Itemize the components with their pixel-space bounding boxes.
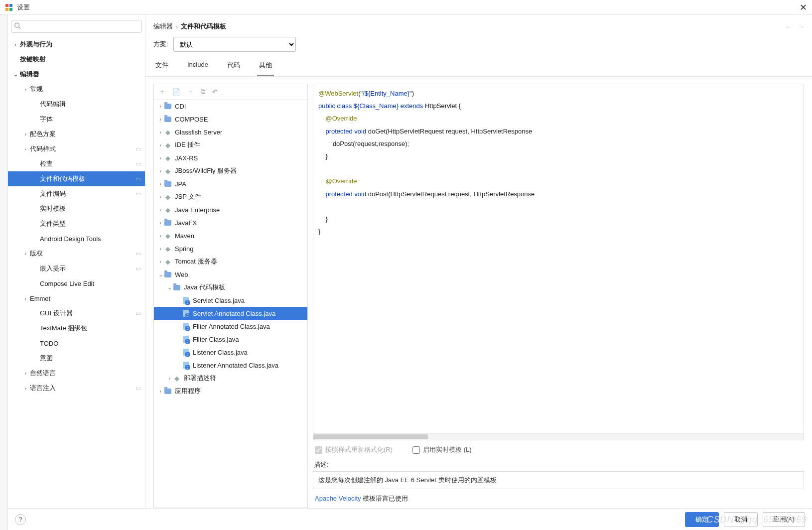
- template-file[interactable]: ›Servlet Class.java: [154, 294, 307, 307]
- template-folder[interactable]: ›JPA: [154, 177, 307, 190]
- sidebar-item-label: 字体: [40, 115, 53, 124]
- chevron-right-icon[interactable]: ›: [157, 142, 164, 148]
- breadcrumb-parent[interactable]: 编辑器: [153, 22, 173, 31]
- template-folder[interactable]: ›◆Maven: [154, 229, 307, 242]
- ok-button[interactable]: 确定: [685, 512, 719, 527]
- sidebar-item[interactable]: ›文件编码▭: [8, 186, 145, 201]
- template-file[interactable]: ›Listener Annotated Class.java: [154, 359, 307, 372]
- chevron-right-icon[interactable]: ›: [157, 181, 164, 187]
- template-folder[interactable]: ›COMPOSE: [154, 113, 307, 126]
- remove-icon[interactable]: －: [187, 87, 194, 96]
- template-folder[interactable]: ›◆Glassfish Server: [154, 126, 307, 138]
- template-folder[interactable]: ›◆Tomcat 服务器: [154, 255, 307, 268]
- sidebar-item[interactable]: ›嵌入提示▭: [8, 261, 145, 276]
- template-file[interactable]: ›Servlet Annotated Class.java: [154, 307, 307, 320]
- chevron-right-icon[interactable]: ›: [21, 385, 30, 391]
- sidebar-item[interactable]: ›TODO: [8, 336, 145, 351]
- tab[interactable]: Include: [185, 57, 210, 76]
- chevron-right-icon[interactable]: ›: [157, 388, 164, 394]
- template-folder[interactable]: ›CDI: [154, 100, 307, 113]
- velocity-link[interactable]: Apache Velocity: [315, 495, 361, 502]
- sidebar-item[interactable]: ›Android Design Tools: [8, 231, 145, 246]
- chevron-right-icon[interactable]: ›: [157, 168, 164, 174]
- chevron-right-icon[interactable]: ›: [157, 220, 164, 226]
- sidebar-item[interactable]: ›GUI 设计器▭: [8, 306, 145, 321]
- sidebar-item[interactable]: ›版权▭: [8, 246, 145, 261]
- chevron-down-icon[interactable]: ⌄: [11, 71, 20, 78]
- template-folder[interactable]: ›◆Spring: [154, 242, 307, 255]
- chevron-right-icon[interactable]: ›: [21, 370, 30, 376]
- sidebar-item[interactable]: ›按键映射: [8, 52, 145, 67]
- chevron-right-icon[interactable]: ›: [157, 129, 164, 135]
- sidebar-item[interactable]: ⌄编辑器: [8, 67, 145, 82]
- template-folder[interactable]: ⌄Web: [154, 268, 307, 281]
- chevron-down-icon[interactable]: ⌄: [157, 271, 164, 278]
- live-template-checkbox[interactable]: 启用实时模板 (L): [412, 445, 472, 454]
- tab[interactable]: 文件: [153, 57, 170, 76]
- sidebar-item[interactable]: ›外观与行为: [8, 37, 145, 52]
- chevron-down-icon[interactable]: ⌄: [166, 284, 173, 291]
- sidebar-item[interactable]: ›常规: [8, 82, 145, 97]
- template-folder[interactable]: ›◆部署描述符: [154, 372, 307, 385]
- chevron-right-icon[interactable]: ›: [157, 155, 164, 161]
- chevron-right-icon[interactable]: ›: [157, 116, 164, 122]
- chevron-right-icon[interactable]: ›: [157, 246, 164, 252]
- undo-icon[interactable]: ↶: [212, 88, 218, 96]
- module-icon: ◆: [164, 193, 172, 201]
- template-folder[interactable]: ›◆JBoss/WildFly 服务器: [154, 164, 307, 177]
- nav-forward-icon[interactable]: →: [798, 23, 804, 30]
- sidebar-item[interactable]: ›TextMate 捆绑包: [8, 321, 145, 336]
- sidebar-item[interactable]: ›Emmet: [8, 291, 145, 306]
- copy-template-icon[interactable]: 📄: [172, 88, 180, 96]
- sidebar-item[interactable]: ›代码样式▭: [8, 141, 145, 156]
- sidebar-item[interactable]: ›语言注入▭: [8, 381, 145, 396]
- close-icon[interactable]: ✕: [800, 2, 807, 13]
- chevron-right-icon[interactable]: ›: [157, 233, 164, 239]
- sidebar-item[interactable]: ›配色方案: [8, 127, 145, 141]
- code-editor[interactable]: @WebServlet("/${Entity_Name}") public cl…: [313, 84, 804, 433]
- template-folder[interactable]: ›◆JAX-RS: [154, 151, 307, 164]
- sidebar-item[interactable]: ›实时模板: [8, 201, 145, 216]
- template-folder[interactable]: ›应用程序: [154, 385, 307, 398]
- sidebar-item[interactable]: ›代码编辑: [8, 97, 145, 112]
- chevron-right-icon[interactable]: ›: [21, 86, 30, 92]
- sidebar-item[interactable]: ›自然语言: [8, 366, 145, 381]
- sidebar-item[interactable]: ›字体: [8, 112, 145, 127]
- chevron-right-icon[interactable]: ›: [21, 131, 30, 137]
- template-folder[interactable]: ›◆Java Enterprise: [154, 203, 307, 216]
- template-folder[interactable]: ›◆JSP 文件: [154, 190, 307, 203]
- tab[interactable]: 代码: [225, 57, 242, 76]
- chevron-right-icon[interactable]: ›: [166, 375, 173, 381]
- chevron-right-icon[interactable]: ›: [11, 41, 20, 47]
- sidebar-item[interactable]: ›Compose Live Edit: [8, 276, 145, 291]
- template-file[interactable]: ›Filter Annotated Class.java: [154, 320, 307, 333]
- template-folder[interactable]: ⌄Java 代码模板: [154, 281, 307, 294]
- nav-back-icon[interactable]: ←: [785, 23, 792, 30]
- help-button[interactable]: ?: [15, 514, 26, 525]
- chevron-right-icon[interactable]: ›: [157, 259, 164, 265]
- search-input[interactable]: [11, 20, 142, 33]
- chevron-right-icon[interactable]: ›: [157, 194, 164, 200]
- template-file[interactable]: ›Filter Class.java: [154, 333, 307, 346]
- add-icon[interactable]: ＋: [159, 87, 165, 96]
- copy-icon[interactable]: ⧉: [201, 88, 205, 96]
- sidebar-item[interactable]: ›文件和代码模板▭: [8, 171, 145, 186]
- template-file[interactable]: ›Listener Class.java: [154, 346, 307, 359]
- template-folder[interactable]: ›JavaFX: [154, 216, 307, 229]
- chevron-right-icon[interactable]: ›: [21, 251, 30, 257]
- chevron-right-icon[interactable]: ›: [21, 146, 30, 152]
- sidebar-item[interactable]: ›检查▭: [8, 156, 145, 171]
- cancel-button[interactable]: 取消: [724, 512, 758, 527]
- sidebar-item[interactable]: ›意图: [8, 351, 145, 366]
- template-folder[interactable]: ›◆IDE 插件: [154, 138, 307, 151]
- chevron-right-icon[interactable]: ›: [21, 295, 30, 301]
- left-gutter: [0, 15, 8, 530]
- apply-button[interactable]: 应用(A): [763, 512, 805, 527]
- sidebar-item[interactable]: ›文件类型: [8, 216, 145, 231]
- editor-scrollbar[interactable]: [313, 433, 804, 440]
- scheme-select[interactable]: 默认: [173, 37, 296, 52]
- chevron-right-icon[interactable]: ›: [157, 207, 164, 213]
- chevron-right-icon[interactable]: ›: [157, 103, 164, 109]
- scope-icon: ▭: [135, 385, 141, 392]
- tab[interactable]: 其他: [257, 57, 274, 76]
